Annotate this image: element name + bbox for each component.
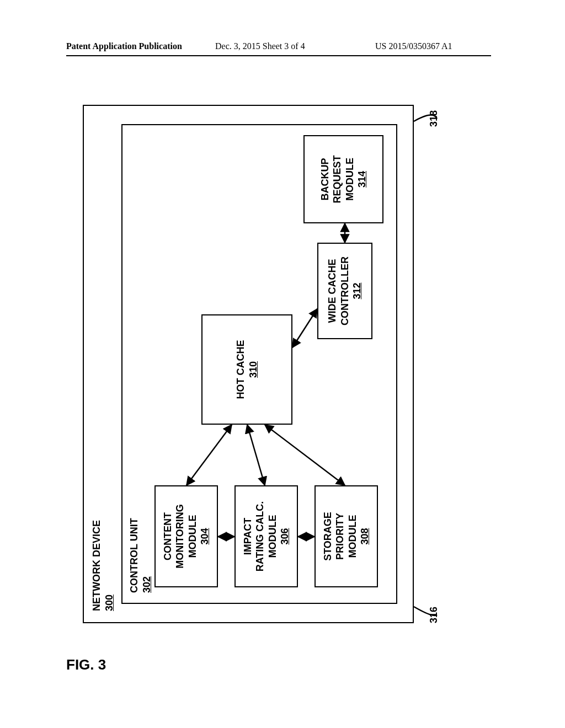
- conn-316-label: 316: [428, 607, 440, 623]
- content-monitoring-line1: CONTENT: [162, 512, 174, 560]
- backup-request-line1: BACKUP: [319, 158, 332, 201]
- figure-label: FIG. 3: [66, 656, 106, 673]
- control-unit-ref: 302: [141, 576, 153, 593]
- content-monitoring-ref: 304: [199, 528, 211, 544]
- storage-priority-line3: MODULE: [347, 515, 359, 558]
- header-left: Patent Application Publication: [66, 41, 182, 51]
- diagram: NETWORK DEVICE 300 CONTROL UNIT 302 CONT…: [66, 88, 463, 640]
- hot-cache-box: HOT CACHE 310: [201, 314, 292, 425]
- impact-rating-line3: MODULE: [266, 515, 279, 558]
- storage-priority-box: STORAGE PRIORITY MODULE 308: [315, 485, 378, 587]
- wide-cache-line1: WIDE CACHE: [326, 259, 339, 323]
- header-mid: Dec. 3, 2015 Sheet 3 of 4: [215, 41, 305, 51]
- impact-rating-box: IMPACT RATING CALC. MODULE 306: [234, 485, 298, 587]
- hot-cache-ref: 310: [247, 361, 260, 378]
- network-device-ref: 300: [103, 595, 116, 611]
- backup-request-ref: 314: [356, 171, 369, 188]
- content-monitoring-line3: MODULE: [186, 515, 199, 558]
- backup-request-box: BACKUP REQUEST MODULE 314: [303, 135, 383, 223]
- header-right: US 2015/0350367 A1: [375, 41, 452, 51]
- content-monitoring-line2: MONITORING: [174, 504, 186, 569]
- wide-cache-ref: 312: [351, 282, 364, 299]
- storage-priority-ref: 308: [359, 528, 371, 544]
- backup-request-line2: REQUEST: [331, 156, 344, 204]
- hot-cache-line1: HOT CACHE: [234, 340, 247, 399]
- conn-318-label: 318: [428, 110, 440, 127]
- storage-priority-line2: PRIORITY: [334, 513, 347, 560]
- impact-rating-line1: IMPACT: [242, 518, 254, 555]
- impact-rating-line2: RATING CALC.: [254, 501, 266, 572]
- wide-cache-line2: CONTROLLER: [339, 256, 351, 325]
- header-rule: [66, 55, 491, 56]
- content-monitoring-box: CONTENT MONITORING MODULE 304: [154, 485, 218, 587]
- wide-cache-box: WIDE CACHE CONTROLLER 312: [317, 243, 372, 339]
- network-device-title: NETWORK DEVICE: [90, 520, 103, 611]
- control-unit-title: CONTROL UNIT: [128, 518, 141, 593]
- storage-priority-line1: STORAGE: [322, 512, 334, 561]
- impact-rating-ref: 306: [279, 528, 291, 544]
- backup-request-line3: MODULE: [344, 158, 356, 201]
- diagram-rotated-wrap: NETWORK DEVICE 300 CONTROL UNIT 302 CONT…: [66, 88, 463, 640]
